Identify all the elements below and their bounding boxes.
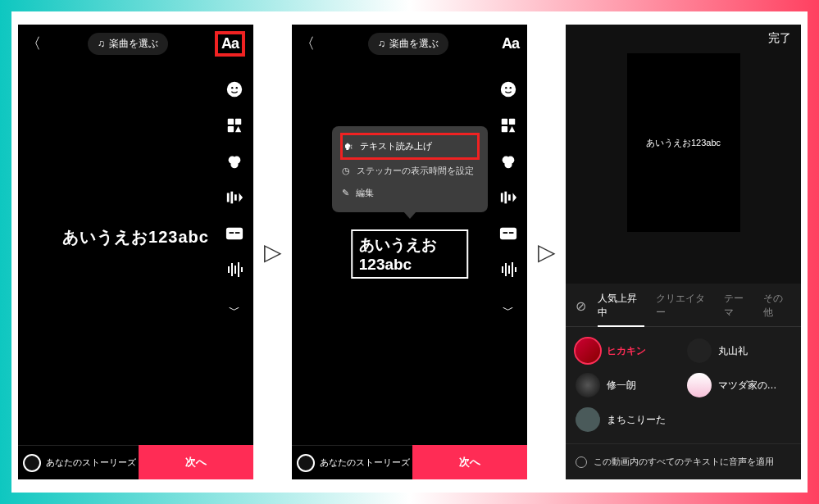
tts-icon: 🗣: [344, 142, 353, 152]
audio-edit-icon[interactable]: [224, 187, 245, 208]
voice-option[interactable]: 丸山礼: [687, 338, 792, 363]
voice-option[interactable]: まちこりーた: [576, 407, 680, 432]
next-button[interactable]: 次へ: [139, 445, 254, 479]
filters-icon[interactable]: [224, 151, 245, 172]
svg-rect-16: [231, 263, 233, 276]
no-voice-icon[interactable]: ⊘: [576, 298, 586, 314]
svg-point-21: [505, 87, 507, 89]
voice-picker-screen: 完了 あいうえお123abc ⊘ 人気上昇中 クリエイター テーマ その他 ヒカ…: [566, 25, 801, 479]
svg-rect-38: [512, 262, 513, 277]
voice-option[interactable]: マツダ家の…: [687, 373, 792, 397]
flow-arrow-icon: ▷: [264, 241, 282, 264]
svg-rect-30: [504, 192, 507, 204]
voice-name: マツダ家の…: [718, 379, 777, 393]
menu-text-to-speech[interactable]: 🗣 テキスト読み上げ: [340, 133, 480, 160]
sticker-icon[interactable]: [498, 79, 519, 100]
voice-avatar: [687, 338, 712, 363]
editor-screen-2: 〈 ♫ 楽曲を選ぶ Aa ﹀ 🗣 テキスト読み上げ ◷ ステッカーの表示時間を設…: [292, 25, 527, 479]
next-button[interactable]: 次へ: [412, 445, 528, 479]
svg-rect-5: [228, 126, 234, 132]
voice-option[interactable]: ヒカキン: [576, 338, 680, 363]
svg-rect-25: [502, 126, 507, 132]
svg-rect-36: [505, 263, 507, 276]
chevron-down-icon[interactable]: ﹀: [224, 300, 245, 321]
effects-icon[interactable]: [224, 115, 245, 136]
your-stories-button[interactable]: あなたのストーリーズ: [292, 445, 412, 479]
preview-text: あいうえお123abc: [646, 137, 721, 149]
music-note-icon: ♫: [378, 38, 385, 49]
text-context-menu: 🗣 テキスト読み上げ ◷ ステッカーの表示時間を設定 ✎ 編集: [332, 126, 488, 212]
filters-icon[interactable]: [498, 151, 519, 172]
voice-icon[interactable]: [498, 259, 519, 280]
audio-edit-icon[interactable]: [498, 187, 519, 208]
video-preview: あいうえお123abc: [626, 52, 741, 233]
menu-set-duration[interactable]: ◷ ステッカーの表示時間を設定: [340, 160, 480, 182]
flow-arrow-icon: ▷: [538, 241, 556, 264]
svg-rect-24: [509, 119, 515, 125]
back-icon[interactable]: 〈: [300, 34, 315, 53]
svg-rect-11: [234, 194, 237, 200]
editor-side-toolbar: ﹀: [498, 79, 519, 321]
svg-rect-9: [227, 193, 230, 202]
tab-trending[interactable]: 人気上昇中: [598, 292, 644, 320]
done-button[interactable]: 完了: [768, 31, 791, 46]
select-music-button[interactable]: ♫ 楽曲を選ぶ: [368, 33, 448, 55]
svg-rect-17: [234, 266, 236, 274]
svg-rect-4: [235, 119, 241, 125]
your-stories-button[interactable]: あなたのストーリーズ: [18, 445, 139, 479]
captions-icon[interactable]: [498, 223, 519, 244]
stories-label: あなたのストーリーズ: [320, 456, 410, 469]
svg-rect-34: [509, 232, 514, 234]
voice-icon[interactable]: [224, 259, 245, 280]
voice-name: ヒカキン: [607, 344, 646, 358]
svg-rect-37: [508, 266, 510, 274]
effects-icon[interactable]: [498, 115, 519, 136]
voice-avatar: [576, 338, 600, 363]
svg-rect-32: [500, 228, 516, 240]
svg-rect-10: [230, 192, 233, 204]
tab-creator[interactable]: クリエイター: [656, 292, 712, 320]
select-music-button[interactable]: ♫ 楽曲を選ぶ: [88, 33, 168, 55]
svg-rect-33: [503, 232, 508, 234]
avatar: [23, 454, 41, 472]
music-pill-label: 楽曲を選ぶ: [389, 37, 439, 51]
voice-avatar: [576, 373, 600, 397]
apply-all-toggle[interactable]: この動画内のすべてのテキストに音声を適用: [566, 443, 801, 470]
clock-icon: ◷: [342, 166, 350, 176]
svg-rect-3: [228, 119, 234, 125]
voice-name: まちこりーた: [607, 413, 666, 427]
text-tool-button[interactable]: Aa: [215, 31, 245, 57]
stories-label: あなたのストーリーズ: [46, 456, 136, 469]
voice-name: 丸山礼: [718, 344, 748, 358]
sticker-icon[interactable]: [224, 79, 245, 100]
svg-rect-35: [502, 266, 503, 273]
menu-edit[interactable]: ✎ 編集: [340, 182, 480, 204]
voice-option[interactable]: 修一朗: [576, 373, 680, 397]
canvas-text-selected[interactable]: あいうえお123abc: [351, 229, 469, 279]
svg-rect-15: [228, 266, 230, 273]
svg-point-8: [230, 161, 238, 168]
svg-point-1: [231, 87, 233, 89]
tab-theme[interactable]: テーマ: [724, 292, 752, 320]
svg-rect-23: [502, 119, 507, 125]
apply-all-label: この動画内のすべてのテキストに音声を適用: [594, 456, 774, 468]
back-icon[interactable]: 〈: [26, 34, 41, 53]
voice-avatar: [576, 407, 600, 432]
voice-picker-sheet: ⊘ 人気上昇中 クリエイター テーマ その他 ヒカキン 丸山礼 修一朗: [566, 284, 801, 479]
svg-rect-19: [241, 267, 243, 272]
svg-rect-39: [515, 267, 516, 272]
chevron-down-icon[interactable]: ﹀: [498, 300, 519, 321]
music-pill-label: 楽曲を選ぶ: [109, 37, 158, 51]
svg-point-2: [236, 87, 238, 89]
svg-point-22: [510, 87, 512, 89]
canvas-text[interactable]: あいうえお123abc: [18, 226, 253, 248]
music-note-icon: ♫: [98, 38, 105, 49]
svg-point-0: [227, 82, 242, 97]
editor-side-toolbar: ﹀: [224, 79, 245, 321]
svg-point-28: [504, 161, 512, 168]
text-tool-button[interactable]: Aa: [502, 35, 519, 52]
radio-icon: [576, 456, 587, 468]
voice-name: 修一朗: [607, 379, 636, 393]
editor-screen-1: 〈 ♫ 楽曲を選ぶ Aa ﹀ あいうえお123abc あなたのストーリーズ 次へ: [18, 25, 253, 479]
tab-other[interactable]: その他: [763, 292, 791, 320]
